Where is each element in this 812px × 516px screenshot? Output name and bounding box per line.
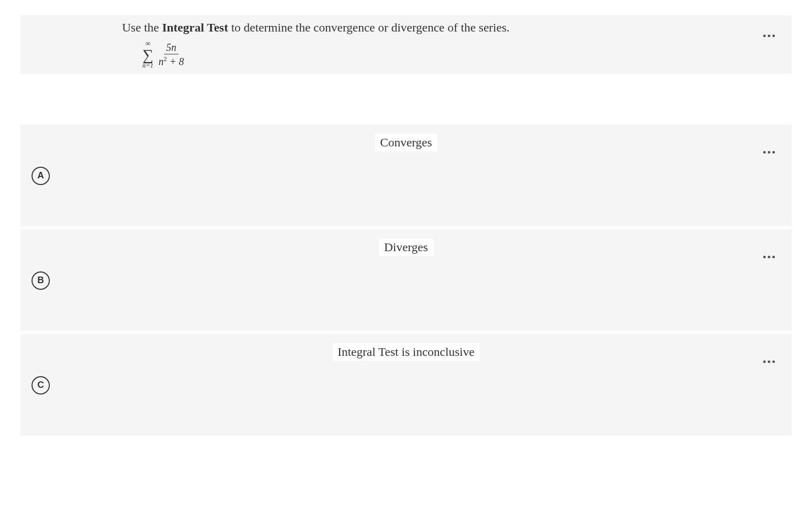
- answer-more-options-button[interactable]: [761, 147, 776, 158]
- sigma-notation: ∞ ∑ n=1: [142, 40, 154, 70]
- question-bold: Integral Test: [162, 21, 228, 34]
- question-block: Use the Integral Test to determine the c…: [20, 15, 792, 74]
- ellipsis-dot-icon: [772, 256, 775, 258]
- answer-label-badge: B: [32, 271, 50, 290]
- series-formula: ∞ ∑ n=1 5n n2 + 8: [142, 40, 781, 70]
- answer-more-options-button[interactable]: [761, 357, 776, 367]
- answer-text: Integral Test is inconclusive: [333, 343, 479, 361]
- question-more-options-button[interactable]: [761, 31, 776, 41]
- ellipsis-dot-icon: [768, 256, 770, 258]
- ellipsis-dot-icon: [772, 35, 775, 37]
- numerator: 5n: [164, 42, 178, 54]
- answer-option-c[interactable]: C Integral Test is inconclusive: [20, 334, 792, 436]
- answer-label-badge: C: [32, 376, 50, 394]
- question-prompt: Use the Integral Test to determine the c…: [122, 19, 781, 37]
- ellipsis-dot-icon: [763, 151, 766, 154]
- sigma-lower-limit: n=1: [142, 62, 154, 70]
- ellipsis-dot-icon: [763, 256, 766, 258]
- ellipsis-dot-icon: [772, 151, 775, 154]
- ellipsis-dot-icon: [772, 360, 775, 363]
- answer-text: Diverges: [379, 238, 433, 256]
- answer-more-options-button[interactable]: [761, 252, 776, 262]
- fraction: 5n n2 + 8: [157, 42, 186, 68]
- ellipsis-dot-icon: [768, 151, 770, 154]
- answer-option-b[interactable]: B Diverges: [20, 229, 792, 331]
- ellipsis-dot-icon: [768, 360, 770, 363]
- ellipsis-dot-icon: [763, 360, 766, 363]
- sigma-symbol: ∑: [142, 48, 153, 62]
- ellipsis-dot-icon: [768, 35, 770, 37]
- answer-text: Converges: [375, 134, 437, 151]
- answer-option-a[interactable]: A Converges: [20, 125, 792, 226]
- question-pre: Use the: [122, 21, 162, 34]
- answer-label-badge: A: [32, 167, 50, 185]
- question-post: to determine the convergence or divergen…: [228, 21, 510, 34]
- ellipsis-dot-icon: [763, 35, 766, 37]
- denominator: n2 + 8: [157, 54, 186, 68]
